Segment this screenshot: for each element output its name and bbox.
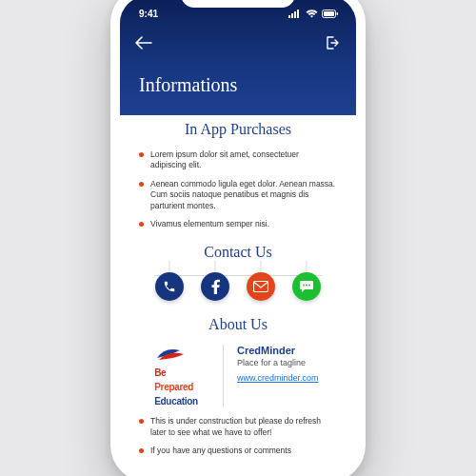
brand-name: CredMinder [237, 345, 333, 356]
purchases-list: Lorem ipsum dolor sit amet, consectetuer… [137, 149, 339, 230]
back-button[interactable] [133, 32, 154, 53]
contact-title: Contact Us [137, 244, 339, 261]
svg-point-8 [303, 284, 305, 286]
wing-icon [155, 345, 197, 364]
list-item: Aenean commodo ligula eget dolor. Aenean… [139, 179, 337, 211]
about-title: About Us [137, 316, 339, 333]
svg-rect-3 [297, 10, 299, 18]
list-item: If you have any questions or comments [139, 446, 337, 456]
list-item: Lorem ipsum dolor sit amet, consectetuer… [139, 149, 337, 171]
sms-button[interactable] [292, 272, 321, 301]
notch [181, 0, 295, 8]
divider [223, 345, 224, 407]
list-item: This is under construction but please do… [139, 416, 337, 438]
facebook-button[interactable] [201, 272, 229, 301]
content-card: In App Purchases Lorem ipsum dolor sit a… [120, 104, 356, 458]
screen: 9:41 Informations In App Purchases [120, 0, 356, 472]
exit-button[interactable] [322, 32, 343, 53]
exit-icon [325, 35, 340, 50]
battery-icon [322, 10, 339, 18]
connector [261, 261, 262, 272]
email-icon [253, 281, 268, 292]
facebook-icon [211, 279, 220, 294]
status-icons [288, 10, 339, 18]
sms-icon [299, 280, 314, 293]
status-time: 9:41 [139, 9, 158, 19]
phone-button[interactable] [155, 272, 184, 301]
connector [307, 261, 307, 272]
connector [215, 261, 216, 272]
brand-logo: Be Prepared Education [143, 345, 209, 407]
logo-text: Be Prepared Education [154, 364, 198, 407]
top-bar [133, 32, 343, 53]
about-row: Be Prepared Education CredMinder Place f… [137, 345, 339, 407]
list-item: Vivamus elementum semper nisi. [139, 219, 337, 229]
about-list: This is under construction but please do… [137, 416, 339, 456]
svg-rect-0 [288, 15, 290, 18]
svg-point-9 [306, 284, 307, 286]
wifi-icon [306, 10, 318, 18]
arrow-left-icon [135, 36, 152, 50]
brand-tagline: Place for a tagline [237, 358, 333, 367]
connector [169, 261, 170, 272]
svg-rect-2 [294, 11, 296, 18]
phone-frame: 9:41 Informations In App Purchases [110, 0, 366, 476]
email-button[interactable] [247, 272, 275, 301]
about-text: CredMinder Place for a tagline www.credm… [237, 345, 333, 385]
svg-rect-5 [324, 11, 334, 16]
phone-icon [163, 280, 176, 293]
svg-rect-6 [337, 12, 339, 15]
purchases-title: In App Purchases [137, 121, 339, 138]
page-title: Informations [139, 74, 343, 96]
svg-point-10 [308, 284, 310, 286]
signal-icon [288, 10, 302, 18]
contact-row [137, 272, 339, 301]
brand-link[interactable]: www.credminder.com [237, 373, 319, 383]
svg-rect-1 [291, 13, 293, 18]
app-header: 9:41 Informations [120, 0, 356, 115]
